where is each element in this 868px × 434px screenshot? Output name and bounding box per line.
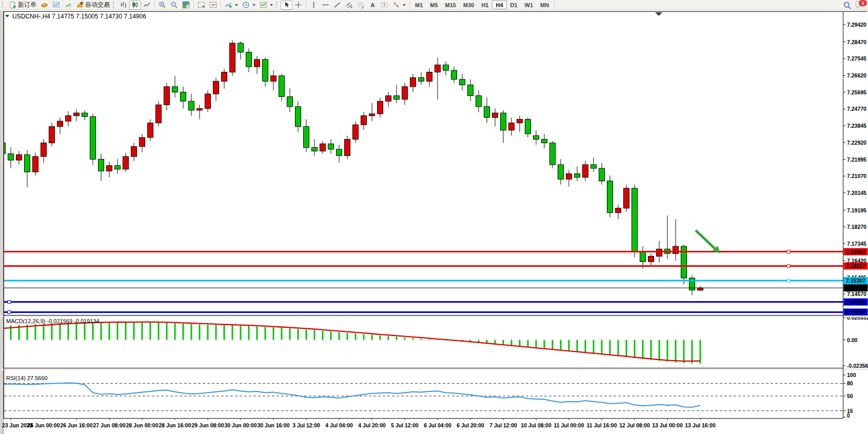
chart-publish-icon: [52, 1, 60, 9]
svg-text:A: A: [370, 2, 374, 8]
level-line-handle[interactable]: [787, 264, 790, 267]
candle-bearish: [591, 165, 597, 168]
candles-layer: [0, 41, 703, 295]
candle-bearish: [599, 168, 605, 181]
periods-button[interactable]: [240, 1, 258, 10]
timeframe-button-m1[interactable]: M1: [411, 1, 426, 9]
panel-splitter[interactable]: [0, 369, 868, 370]
market-watch-button[interactable]: [38, 1, 50, 10]
chart-shift-button[interactable]: [207, 1, 219, 10]
vertical-line-tool-button[interactable]: [308, 1, 320, 10]
timeframe-button-h4[interactable]: H4: [492, 1, 506, 9]
svg-text:E: E: [350, 5, 352, 9]
candle-bullish: [386, 96, 391, 102]
zoom-out-button[interactable]: [168, 1, 180, 10]
price-axis-label: 7.28470: [847, 39, 866, 45]
level-line-handle[interactable]: [8, 310, 11, 313]
channel-tool-button[interactable]: E: [343, 1, 355, 10]
crosshair-tool-button[interactable]: [292, 1, 304, 10]
timeframe-button-d1[interactable]: D1: [507, 1, 521, 9]
label-tool-button[interactable]: T: [379, 1, 390, 10]
time-axis-label: 5 Jul 12:00: [391, 422, 419, 428]
timeframe-button-mn[interactable]: MN: [537, 1, 553, 9]
search-icon[interactable]: [843, 1, 852, 10]
toolbar-separator: [221, 1, 221, 9]
publish-chart-button[interactable]: [50, 1, 62, 10]
horizontal-line-tool-button[interactable]: [320, 1, 331, 10]
timeframe-button-m15[interactable]: M15: [442, 1, 460, 9]
trendline-tool-button[interactable]: [331, 1, 343, 10]
candle-bearish: [443, 65, 449, 70]
macd-layer: [3, 322, 700, 363]
toolbar-separator: [154, 1, 155, 9]
time-axis-label: 11 Jul 16:00: [587, 422, 617, 428]
annotation-arrow-shaft[interactable]: [696, 230, 715, 249]
toolbar-separator: [409, 1, 410, 9]
candle-bullish: [361, 116, 367, 125]
candle-bearish: [550, 143, 556, 165]
window-left-edge: [0, 11, 3, 434]
indicators-icon: [225, 1, 232, 9]
auto-scroll-button[interactable]: [195, 1, 207, 10]
chart-shift-marker[interactable]: [655, 12, 662, 16]
macd-indicator-label: MACD(12,26,9) -0.021569 -0.019134: [6, 318, 100, 324]
level-price-badge-label: 7.16903: [846, 249, 865, 255]
chart-title-collapse-arrow[interactable]: [5, 15, 9, 17]
macd-axis-label: -0.023565: [847, 363, 868, 369]
candle-bullish: [164, 87, 170, 105]
candle-bullish: [107, 166, 112, 171]
candle-bearish: [575, 174, 580, 177]
tile-windows-button[interactable]: [180, 1, 192, 10]
new-order-button[interactable]: 新订单: [7, 1, 38, 10]
zoom-in-button[interactable]: [156, 1, 168, 10]
chart-canvas[interactable]: 7.294207.284707.275457.266207.256957.247…: [0, 0, 868, 434]
candlestick-mode-button[interactable]: [129, 1, 141, 10]
text-tool-button[interactable]: A: [367, 1, 379, 10]
candle-bearish: [295, 107, 301, 127]
svg-text:F: F: [362, 6, 364, 9]
candle-bearish: [419, 77, 424, 81]
candle-bullish: [16, 155, 22, 161]
timeframe-button-m5[interactable]: M5: [426, 1, 441, 9]
candle-bearish: [328, 144, 334, 149]
rsi-indicator-label: RSI(14) 27.5660: [6, 375, 48, 381]
candle-bullish: [33, 156, 38, 172]
level-line-handle[interactable]: [787, 250, 790, 253]
time-axis-label: 4 Jul 04:00: [325, 422, 353, 428]
candle-bearish: [451, 70, 457, 80]
bar-chart-mode-button[interactable]: [117, 1, 129, 10]
timeframe-button-h1[interactable]: H1: [478, 1, 492, 9]
time-axis-label: 11 Jul 00:00: [554, 422, 584, 428]
candle-bullish: [222, 72, 227, 82]
time-axis-label: 29 Jun 08:00: [191, 422, 224, 428]
gold-package-icon: [41, 1, 48, 9]
macd-axis-label: 0.00: [847, 337, 858, 343]
chat-button[interactable]: 1: [855, 1, 866, 10]
signal-icon: [64, 1, 72, 9]
horizontal-line-icon: [322, 1, 329, 9]
candle-bullish: [402, 87, 408, 100]
auto-trading-button[interactable]: 自动交易: [74, 1, 112, 10]
time-axis-label: 30 Jun 00:00: [224, 422, 257, 428]
tile-windows-icon: [182, 1, 190, 9]
timeframe-button-m30[interactable]: M30: [460, 1, 478, 9]
templates-button[interactable]: [258, 1, 275, 10]
time-axis-label: 27 Jun 08:00: [93, 422, 125, 428]
vertical-line-icon: [310, 1, 318, 9]
periods-dropdown-caret: [252, 4, 255, 6]
line-chart-mode-button[interactable]: [141, 1, 153, 10]
candle-bearish: [534, 135, 539, 139]
cursor-tool-button[interactable]: [281, 1, 292, 10]
signals-button[interactable]: [62, 1, 74, 10]
level-line-handle[interactable]: [8, 301, 11, 304]
indicators-button[interactable]: [223, 1, 240, 10]
arrows-tool-button[interactable]: [390, 1, 408, 10]
price-axis-label: 7.29420: [847, 22, 866, 28]
panel-splitter[interactable]: [0, 315, 868, 317]
candle-bullish: [624, 188, 629, 208]
level-line-handle[interactable]: [787, 279, 790, 282]
price-axis-label: 7.14570: [847, 291, 866, 297]
fibonacci-tool-button[interactable]: F: [355, 1, 367, 10]
timeframe-button-w1[interactable]: W1: [521, 1, 537, 9]
candle-bearish: [115, 166, 121, 169]
